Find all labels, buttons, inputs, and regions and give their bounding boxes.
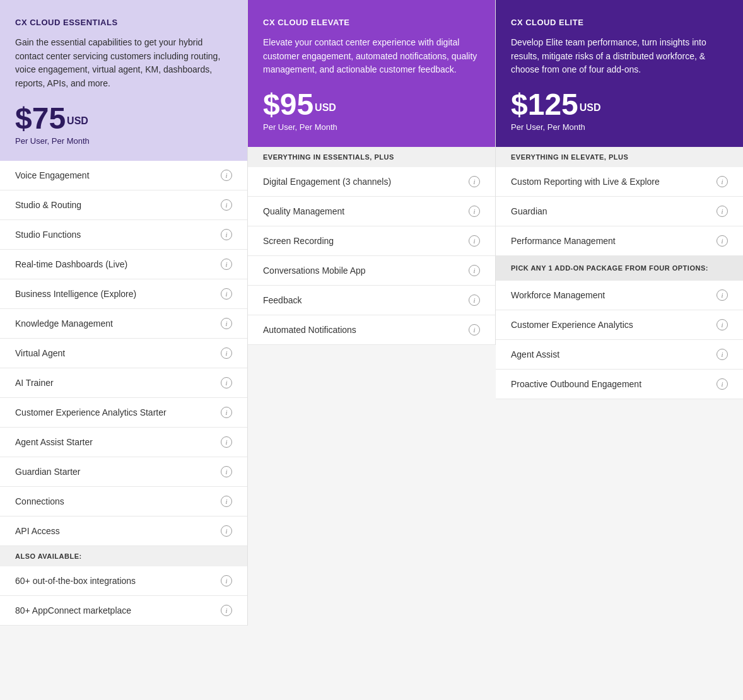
feature-name: AI Trainer [15, 378, 54, 388]
plan-price-elite: $125 [511, 88, 578, 121]
plan-price-line-elite: $125USD [511, 90, 728, 120]
feature-item: Screen Recording [248, 226, 495, 256]
info-icon[interactable] [717, 289, 728, 301]
plan-description-essentials: Gain the essential capabilities to get y… [15, 36, 232, 91]
plan-column-essentials: CX CLOUD ESSENTIALSGain the essential ca… [0, 0, 248, 626]
plan-price-elevate: $95 [263, 88, 313, 121]
info-icon[interactable] [717, 378, 728, 390]
feature-name: Performance Management [511, 236, 616, 246]
section-header-elevate-0: EVERYTHING IN ESSENTIALS, PLUS [248, 147, 495, 167]
feature-name: Digital Engagement (3 channels) [263, 177, 391, 187]
plan-price-block-elevate: $95USDPer User, Per Month [263, 90, 480, 132]
feature-item: Guardian [496, 197, 743, 226]
feature-item: Voice Engagement [0, 161, 247, 190]
feature-item: Digital Engagement (3 channels) [248, 167, 495, 197]
feature-item: Custom Reporting with Live & Explore [496, 167, 743, 197]
feature-name: Real-time Dashboards (Live) [15, 259, 127, 269]
info-icon[interactable] [717, 206, 728, 217]
feature-name: Customer Experience Analytics Starter [15, 407, 167, 417]
info-icon[interactable] [717, 235, 728, 247]
feature-item: Agent Assist [496, 340, 743, 370]
feature-name: Agent Assist [511, 349, 559, 359]
feature-item: Proactive Outbound Engagement [496, 370, 743, 399]
feature-name: API Access [15, 526, 60, 536]
feature-name: Business Intelligence (Explore) [15, 289, 136, 299]
feature-name: Custom Reporting with Live & Explore [511, 177, 660, 187]
info-icon[interactable] [221, 170, 232, 181]
plan-column-elite: CX CLOUD ELITEDevelop Elite team perform… [496, 0, 743, 399]
feature-name: Agent Assist Starter [15, 437, 93, 447]
plan-price-essentials: $75 [15, 102, 66, 135]
info-icon[interactable] [221, 377, 232, 388]
info-icon[interactable] [221, 407, 232, 418]
plan-price-block-essentials: $75USDPer User, Per Month [15, 103, 232, 146]
info-icon[interactable] [469, 176, 480, 187]
feature-item: Real-time Dashboards (Live) [0, 250, 247, 279]
plan-price-usd-elevate: USD [315, 102, 336, 113]
feature-name: Guardian [511, 206, 547, 216]
info-icon[interactable] [469, 265, 480, 276]
info-icon[interactable] [221, 229, 232, 240]
feature-item: Agent Assist Starter [0, 428, 247, 457]
feature-item: Studio & Routing [0, 190, 247, 220]
feature-item: 80+ AppConnect marketplace [0, 596, 247, 626]
feature-name: Studio Functions [15, 230, 81, 240]
plan-price-per-essentials: Per User, Per Month [15, 136, 232, 146]
feature-item: Quality Management [248, 197, 495, 226]
feature-item: Feedback [248, 286, 495, 315]
features-list-elite: EVERYTHING IN ELEVATE, PLUSCustom Report… [496, 147, 743, 399]
feature-name: Guardian Starter [15, 467, 81, 477]
section-header-elite-0: EVERYTHING IN ELEVATE, PLUS [496, 147, 743, 167]
feature-item: Connections [0, 487, 247, 516]
features-list-essentials: Voice EngagementStudio & RoutingStudio F… [0, 161, 247, 626]
plan-price-usd-elite: USD [580, 102, 601, 113]
info-icon[interactable] [221, 436, 232, 448]
feature-item: Automated Notifications [248, 315, 495, 345]
feature-name: Voice Engagement [15, 170, 90, 180]
info-icon[interactable] [221, 318, 232, 329]
plan-price-per-elevate: Per User, Per Month [263, 122, 480, 132]
info-icon[interactable] [469, 206, 480, 217]
feature-name: Connections [15, 496, 64, 506]
info-icon[interactable] [221, 605, 232, 616]
info-icon[interactable] [469, 235, 480, 247]
feature-name: Studio & Routing [15, 200, 81, 210]
info-icon[interactable] [221, 199, 232, 211]
info-icon[interactable] [717, 176, 728, 187]
addon-header-elite-2: PICK ANY 1 ADD-ON PACKAGE FROM FOUR OPTI… [496, 256, 743, 281]
feature-item: Customer Experience Analytics [496, 310, 743, 340]
plan-description-elevate: Elevate your contact center experience w… [263, 36, 480, 77]
feature-name: Workforce Management [511, 290, 605, 300]
plan-name-essentials: CX CLOUD ESSENTIALS [15, 18, 232, 27]
feature-item: Virtual Agent [0, 339, 247, 368]
plan-price-usd-essentials: USD [67, 115, 88, 126]
feature-name: Quality Management [263, 206, 344, 216]
info-icon[interactable] [717, 349, 728, 360]
info-icon[interactable] [221, 466, 232, 477]
info-icon[interactable] [717, 319, 728, 330]
plan-price-per-elite: Per User, Per Month [511, 122, 728, 132]
feature-name: Screen Recording [263, 236, 334, 246]
features-list-elevate: EVERYTHING IN ESSENTIALS, PLUSDigital En… [248, 147, 495, 345]
feature-item: Knowledge Management [0, 309, 247, 339]
plan-header-essentials: CX CLOUD ESSENTIALSGain the essential ca… [0, 0, 247, 161]
plan-header-elite: CX CLOUD ELITEDevelop Elite team perform… [496, 0, 743, 147]
plan-header-elevate: CX CLOUD ELEVATEElevate your contact cen… [248, 0, 495, 147]
feature-item: Workforce Management [496, 281, 743, 310]
pricing-container: CX CLOUD ESSENTIALSGain the essential ca… [0, 0, 743, 700]
feature-item: Conversations Mobile App [248, 256, 495, 286]
plan-price-block-elite: $125USDPer User, Per Month [511, 90, 728, 132]
info-icon[interactable] [221, 347, 232, 359]
info-icon[interactable] [221, 259, 232, 270]
info-icon[interactable] [221, 575, 232, 586]
info-icon[interactable] [221, 496, 232, 507]
plan-name-elevate: CX CLOUD ELEVATE [263, 18, 480, 27]
info-icon[interactable] [221, 288, 232, 300]
info-icon[interactable] [221, 525, 232, 537]
feature-name: Proactive Outbound Engagement [511, 379, 641, 389]
feature-name: 60+ out-of-the-box integrations [15, 576, 136, 586]
feature-item: Guardian Starter [0, 457, 247, 487]
info-icon[interactable] [469, 324, 480, 335]
feature-item: Performance Management [496, 226, 743, 256]
info-icon[interactable] [469, 295, 480, 306]
